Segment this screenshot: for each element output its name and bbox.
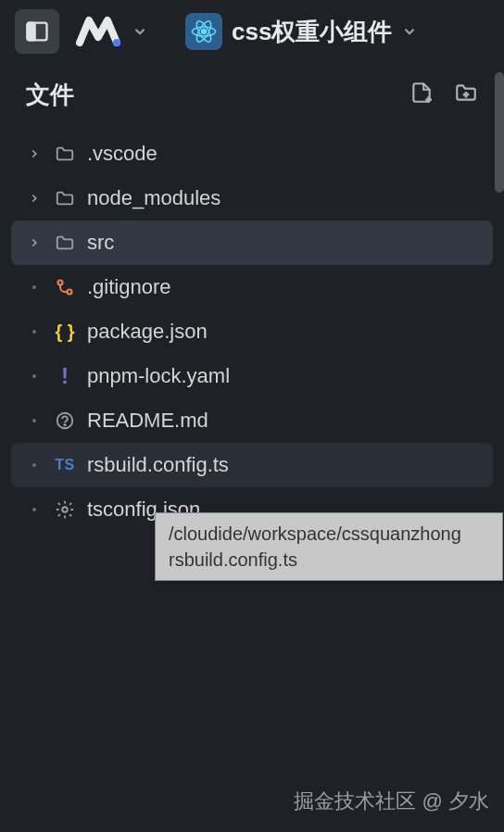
file-label: .vscode <box>87 142 158 166</box>
tree-item-package-json[interactable]: { }package.json <box>0 309 504 354</box>
react-icon <box>185 13 222 50</box>
tree-item-pnpm-lock-yaml[interactable]: !pnpm-lock.yaml <box>0 354 504 398</box>
path-tooltip: /cloudide/workspace/cssquanzhong rsbuild… <box>155 512 503 581</box>
modified-dot-icon <box>26 458 43 473</box>
top-bar: css权重小组件 <box>0 0 504 63</box>
scrollbar[interactable] <box>495 72 504 193</box>
file-label: .gitignore <box>87 275 171 299</box>
modified-dot-icon <box>26 502 43 517</box>
yaml-icon: ! <box>52 363 78 389</box>
new-folder-button[interactable] <box>454 81 478 108</box>
chevron-right-icon[interactable] <box>26 192 43 205</box>
folder-icon <box>52 188 78 208</box>
app-logo-icon <box>76 15 120 48</box>
svg-rect-1 <box>28 23 35 41</box>
json-icon: { } <box>52 321 78 343</box>
modified-dot-icon <box>26 280 43 295</box>
file-label: README.md <box>87 409 208 433</box>
ts-icon: TS <box>52 457 78 473</box>
explorer-header: 文件 <box>0 63 504 126</box>
chevron-right-icon[interactable] <box>26 147 43 160</box>
modified-dot-icon <box>26 324 43 339</box>
panel-toggle-button[interactable] <box>15 9 59 54</box>
svg-point-7 <box>58 281 63 285</box>
git-icon <box>52 278 78 296</box>
project-selector[interactable]: css权重小组件 <box>185 13 418 50</box>
new-file-button[interactable] <box>410 81 434 108</box>
explorer-title: 文件 <box>26 79 74 111</box>
file-label: package.json <box>87 320 208 344</box>
svg-point-3 <box>202 30 207 34</box>
tree-item-readme-md[interactable]: README.md <box>0 398 504 443</box>
tooltip-line2: rsbuild.config.ts <box>169 547 489 573</box>
file-label: pnpm-lock.yaml <box>87 364 230 388</box>
tree-item-rsbuild-config-ts[interactable]: TSrsbuild.config.ts <box>11 443 493 487</box>
svg-point-8 <box>68 290 72 295</box>
folder-icon <box>52 233 78 253</box>
tree-item--vscode[interactable]: .vscode <box>0 132 504 176</box>
tree-item-src[interactable]: src <box>11 221 493 265</box>
app-menu-chevron-icon[interactable] <box>132 23 148 40</box>
watermark: 掘金技术社区 @ 夕水 <box>294 788 489 815</box>
folder-icon <box>52 144 78 164</box>
svg-point-2 <box>113 39 120 46</box>
modified-dot-icon <box>26 413 43 428</box>
modified-dot-icon <box>26 369 43 384</box>
gear-icon <box>52 499 78 520</box>
readme-icon <box>52 410 78 431</box>
tree-item--gitignore[interactable]: .gitignore <box>0 265 504 309</box>
chevron-right-icon[interactable] <box>26 236 43 249</box>
tree-item-node-modules[interactable]: node_modules <box>0 176 504 221</box>
file-label: node_modules <box>87 186 220 210</box>
svg-point-11 <box>62 507 68 512</box>
file-label: rsbuild.config.ts <box>87 453 229 477</box>
svg-point-10 <box>64 424 65 425</box>
project-name: css权重小组件 <box>232 16 392 48</box>
file-label: src <box>87 231 114 255</box>
file-tree: .vscodenode_modulessrc.gitignore{ }packa… <box>0 126 504 532</box>
project-chevron-icon <box>401 23 418 40</box>
tooltip-line1: /cloudide/workspace/cssquanzhong <box>169 521 489 547</box>
